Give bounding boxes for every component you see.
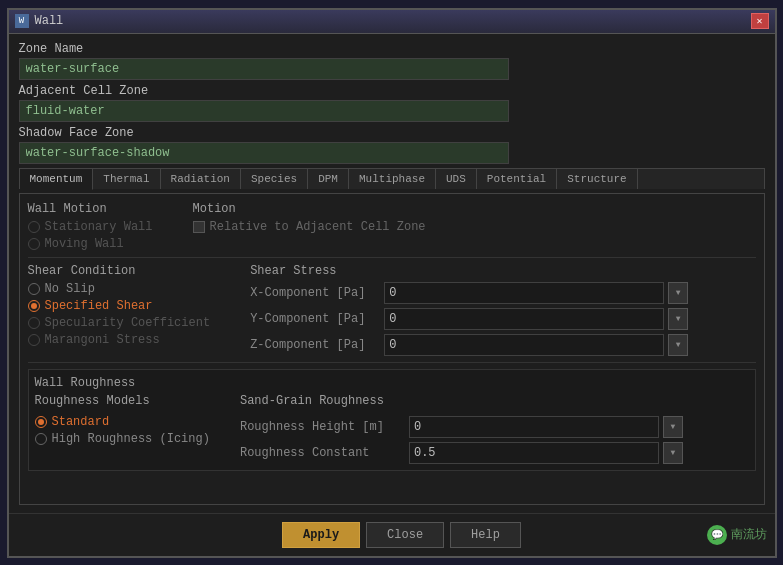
z-label: Z-Component [Pa] — [250, 338, 380, 352]
no-slip-radio — [28, 283, 40, 295]
z-dropdown[interactable]: ▼ — [668, 334, 688, 356]
tab-structure[interactable]: Structure — [557, 169, 637, 189]
roughness-row: Roughness Models Standard High Roughness… — [35, 394, 749, 464]
specified-shear-label: Specified Shear — [45, 299, 153, 313]
roughness-constant-row: Roughness Constant ▼ — [240, 442, 683, 464]
roughness-height-label: Roughness Height [m] — [240, 420, 405, 434]
shadow-face-label: Shadow Face Zone — [19, 126, 765, 140]
high-radio — [35, 433, 47, 445]
footer: Apply Close Help 💬 南流坊 — [9, 513, 775, 556]
wall-motion-box: Wall Motion Stationary Wall Moving Wall — [28, 202, 153, 251]
main-content: Zone Name Adjacent Cell Zone Shadow Face… — [9, 34, 775, 513]
x-label: X-Component [Pa] — [250, 286, 380, 300]
no-slip-option[interactable]: No Slip — [28, 282, 211, 296]
roughness-height-input[interactable] — [409, 416, 659, 438]
wechat-icon: 💬 — [707, 525, 727, 545]
height-dropdown[interactable]: ▼ — [663, 416, 683, 438]
y-dropdown[interactable]: ▼ — [668, 308, 688, 330]
titlebar: W Wall ✕ — [9, 10, 775, 34]
y-input[interactable] — [384, 308, 664, 330]
stationary-label: Stationary Wall — [45, 220, 153, 234]
apply-button[interactable]: Apply — [282, 522, 360, 548]
tab-thermal[interactable]: Thermal — [93, 169, 160, 189]
close-button-footer[interactable]: Close — [366, 522, 444, 548]
specified-shear-radio — [28, 300, 40, 312]
roughness-models-group: Standard High Roughness (Icing) — [35, 415, 210, 446]
momentum-panel: Wall Motion Stationary Wall Moving Wall — [19, 193, 765, 505]
zone-name-label: Zone Name — [19, 42, 765, 56]
wall-motion-group: Stationary Wall Moving Wall — [28, 220, 153, 251]
shear-stress-label: Shear Stress — [250, 264, 688, 278]
z-component-row: Z-Component [Pa] ▼ — [250, 334, 688, 356]
moving-label: Moving Wall — [45, 237, 124, 251]
motion-label: Motion — [193, 202, 426, 216]
adjacent-cell-label: Adjacent Cell Zone — [19, 84, 765, 98]
stationary-radio — [28, 221, 40, 233]
marangoni-radio — [28, 334, 40, 346]
roughness-right: Sand-Grain Roughness Roughness Height [m… — [240, 394, 683, 464]
adjacent-cell-group: Adjacent Cell Zone — [19, 84, 765, 122]
roughness-models-label: Roughness Models — [35, 394, 210, 408]
sand-grain-label: Sand-Grain Roughness — [240, 394, 683, 408]
standard-option[interactable]: Standard — [35, 415, 210, 429]
motion-box: Motion Relative to Adjacent Cell Zone — [193, 202, 426, 251]
tab-species[interactable]: Species — [241, 169, 308, 189]
roughness-constant-input[interactable] — [409, 442, 659, 464]
tab-uds[interactable]: UDS — [436, 169, 477, 189]
y-label: Y-Component [Pa] — [250, 312, 380, 326]
relative-checkbox-item[interactable]: Relative to Adjacent Cell Zone — [193, 220, 426, 234]
shear-condition-label: Shear Condition — [28, 264, 211, 278]
marangoni-label: Marangoni Stress — [45, 333, 160, 347]
shear-row: Shear Condition No Slip Specified Shear — [28, 264, 756, 356]
x-dropdown[interactable]: ▼ — [668, 282, 688, 304]
shadow-face-group: Shadow Face Zone — [19, 126, 765, 164]
x-input[interactable] — [384, 282, 664, 304]
wall-roughness-label: Wall Roughness — [35, 376, 749, 390]
high-roughness-option[interactable]: High Roughness (Icing) — [35, 432, 210, 446]
motion-row: Wall Motion Stationary Wall Moving Wall — [28, 202, 756, 251]
specularity-radio — [28, 317, 40, 329]
zone-name-group: Zone Name — [19, 42, 765, 80]
z-input[interactable] — [384, 334, 664, 356]
tab-multiphase[interactable]: Multiphase — [349, 169, 436, 189]
moving-wall-option[interactable]: Moving Wall — [28, 237, 153, 251]
high-label: High Roughness (Icing) — [52, 432, 210, 446]
shear-stress-section: X-Component [Pa] ▼ Y-Component [Pa] ▼ Z-… — [250, 282, 688, 356]
wall-dialog: W Wall ✕ Zone Name Adjacent Cell Zone Sh… — [7, 8, 777, 558]
close-button[interactable]: ✕ — [751, 13, 769, 29]
shear-condition-box: Shear Condition No Slip Specified Shear — [28, 264, 211, 356]
relative-label: Relative to Adjacent Cell Zone — [210, 220, 426, 234]
constant-dropdown[interactable]: ▼ — [663, 442, 683, 464]
adjacent-cell-input[interactable] — [19, 100, 509, 122]
roughness-left: Roughness Models Standard High Roughness… — [35, 394, 210, 464]
shadow-face-input[interactable] — [19, 142, 509, 164]
footer-buttons: Apply Close Help — [97, 522, 707, 548]
window-title: Wall — [35, 14, 751, 28]
tab-dpm[interactable]: DPM — [308, 169, 349, 189]
marangoni-option[interactable]: Marangoni Stress — [28, 333, 211, 347]
window-icon: W — [15, 14, 29, 28]
wall-motion-label: Wall Motion — [28, 202, 153, 216]
tab-potential[interactable]: Potential — [477, 169, 557, 189]
tab-momentum[interactable]: Momentum — [20, 169, 94, 190]
standard-label: Standard — [52, 415, 110, 429]
stationary-wall-option[interactable]: Stationary Wall — [28, 220, 153, 234]
specified-shear-option[interactable]: Specified Shear — [28, 299, 211, 313]
watermark-text: 南流坊 — [731, 526, 767, 543]
no-slip-label: No Slip — [45, 282, 95, 296]
specularity-option[interactable]: Specularity Coefficient — [28, 316, 211, 330]
shear-condition-group: No Slip Specified Shear Specularity Coef… — [28, 282, 211, 347]
specularity-label: Specularity Coefficient — [45, 316, 211, 330]
watermark: 💬 南流坊 — [707, 525, 767, 545]
shear-stress-box: Shear Stress X-Component [Pa] ▼ Y-Compon… — [250, 264, 688, 356]
help-button[interactable]: Help — [450, 522, 521, 548]
divider-1 — [28, 257, 756, 258]
roughness-constant-label: Roughness Constant — [240, 446, 405, 460]
standard-radio — [35, 416, 47, 428]
y-component-row: Y-Component [Pa] ▼ — [250, 308, 688, 330]
zone-name-input[interactable] — [19, 58, 509, 80]
tab-radiation[interactable]: Radiation — [161, 169, 241, 189]
roughness-height-row: Roughness Height [m] ▼ — [240, 416, 683, 438]
x-component-row: X-Component [Pa] ▼ — [250, 282, 688, 304]
relative-checkbox — [193, 221, 205, 233]
